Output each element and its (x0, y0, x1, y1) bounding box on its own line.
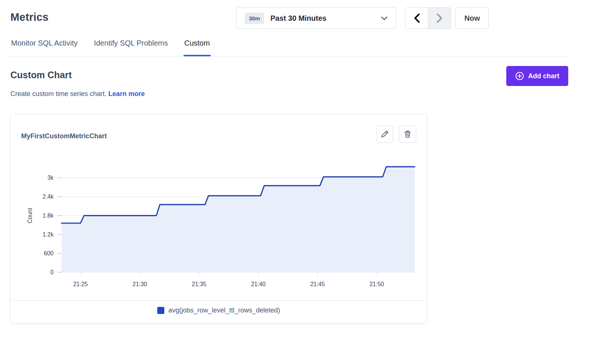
tab-monitor-sql-activity[interactable]: Monitor SQL Activity (10, 37, 78, 56)
chart-area: 06001.2k1.8k2.4k3k21:2521:3021:3521:4021… (21, 152, 416, 291)
now-button[interactable]: Now (455, 7, 489, 29)
section-description: Create custom time series chart. Learn m… (10, 90, 145, 98)
metrics-tabs: Monitor SQL Activity Identify SQL Proble… (10, 37, 570, 56)
learn-more-link[interactable]: Learn more (108, 90, 145, 97)
chart-legend: avg(jobs_row_level_ttl_rows_deleted) (21, 301, 416, 322)
y-tick-label: 2.4k (43, 193, 54, 200)
custom-chart-svg: 06001.2k1.8k2.4k3k21:2521:3021:3521:4021… (21, 152, 416, 291)
metrics-page: Metrics 30m Past 30 Minutes Now Monitor (0, 0, 612, 364)
time-range-badge: 30m (245, 13, 264, 24)
add-chart-button[interactable]: Add chart (506, 66, 568, 86)
tab-identify-sql-problems[interactable]: Identify SQL Problems (93, 37, 168, 56)
pencil-icon (380, 130, 389, 139)
trash-icon (403, 130, 412, 139)
time-range-label: Past 30 Minutes (270, 14, 381, 23)
legend-swatch (157, 307, 164, 314)
y-tick-label: 1.8k (43, 212, 54, 219)
series-area (62, 167, 415, 272)
y-tick-label: 1.2k (43, 231, 54, 238)
edit-chart-button[interactable] (376, 126, 393, 143)
y-tick-label: 3k (47, 175, 54, 181)
section-title: Custom Chart (10, 70, 72, 80)
chart-card-actions (376, 126, 416, 143)
previous-time-button[interactable] (405, 8, 428, 29)
y-axis-label: Count (27, 208, 33, 224)
next-time-button[interactable] (428, 8, 451, 29)
time-range-dropdown[interactable]: 30m Past 30 Minutes (236, 7, 396, 29)
time-controls: 30m Past 30 Minutes Now (236, 7, 489, 29)
delete-chart-button[interactable] (399, 126, 416, 143)
plus-circle-icon (515, 72, 524, 80)
add-chart-label: Add chart (528, 72, 559, 80)
x-tick-label: 21:25 (73, 281, 88, 287)
time-step-buttons (405, 7, 451, 29)
x-tick-label: 21:30 (132, 281, 147, 287)
x-tick-label: 21:40 (251, 281, 266, 287)
chevron-right-icon (437, 13, 442, 23)
chart-title: MyFirstCustomMetricChart (21, 126, 107, 140)
x-tick-label: 21:35 (192, 281, 207, 287)
custom-chart-card: MyFirstCustomMetricChart (10, 114, 427, 323)
chart-card-header: MyFirstCustomMetricChart (21, 126, 416, 143)
section-description-text: Create custom time series chart. (10, 90, 106, 97)
page-title: Metrics (10, 11, 49, 23)
y-tick-label: 600 (44, 250, 53, 257)
y-tick-label: 0 (50, 269, 54, 275)
x-tick-label: 21:50 (369, 281, 384, 287)
legend-label: avg(jobs_row_level_ttl_rows_deleted) (168, 307, 280, 314)
chevron-down-icon (381, 16, 388, 20)
tab-custom[interactable]: Custom (184, 37, 211, 56)
x-tick-label: 21:45 (310, 281, 325, 287)
chevron-left-icon (414, 13, 420, 23)
